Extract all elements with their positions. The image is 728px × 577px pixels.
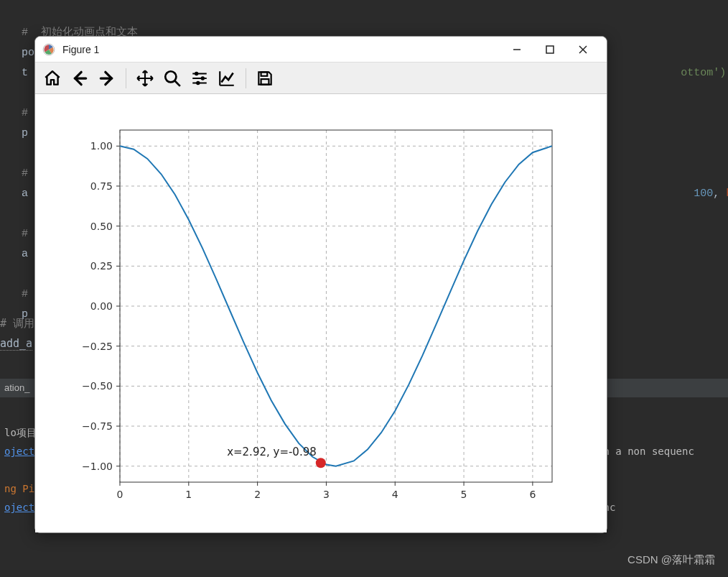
home-icon[interactable] <box>41 67 64 90</box>
pan-icon[interactable] <box>134 67 157 90</box>
window-title: Figure 1 <box>62 44 500 55</box>
save-icon[interactable] <box>253 67 276 90</box>
matplotlib-icon <box>42 43 55 56</box>
svg-point-8 <box>196 80 200 84</box>
svg-text:−0.50: −0.50 <box>82 380 113 392</box>
toolbar-separator <box>126 68 126 88</box>
svg-text:0.00: 0.00 <box>90 300 113 312</box>
window-titlebar[interactable]: Figure 1 <box>35 37 607 63</box>
svg-text:−1.00: −1.00 <box>82 461 113 472</box>
svg-text:0.75: 0.75 <box>90 180 113 192</box>
svg-point-7 <box>201 76 205 80</box>
chart-svg: 0123456−1.00−0.75−0.50−0.250.000.250.500… <box>35 94 607 532</box>
figure-window: Figure 1 01234 <box>34 36 607 533</box>
svg-rect-9 <box>261 72 268 75</box>
svg-text:0: 0 <box>117 489 123 500</box>
toolbar-separator <box>246 68 246 88</box>
svg-text:x=2.92, y=-0.98: x=2.92, y=-0.98 <box>227 446 317 458</box>
watermark: CSDN @落叶霜霜 <box>627 553 715 567</box>
configure-subplots-icon[interactable] <box>188 67 211 90</box>
back-icon[interactable] <box>68 67 91 90</box>
svg-rect-10 <box>261 79 269 85</box>
svg-text:3: 3 <box>323 489 330 500</box>
svg-rect-2 <box>546 46 554 53</box>
svg-point-6 <box>195 71 198 75</box>
svg-point-5 <box>165 71 176 82</box>
forward-icon[interactable] <box>95 67 118 90</box>
svg-text:1.00: 1.00 <box>90 140 113 152</box>
zoom-icon[interactable] <box>161 67 184 90</box>
svg-text:−0.75: −0.75 <box>82 420 113 432</box>
svg-text:2: 2 <box>254 489 261 500</box>
svg-text:4: 4 <box>392 489 398 500</box>
svg-text:6: 6 <box>529 489 536 500</box>
maximize-button[interactable] <box>533 39 566 60</box>
svg-text:−0.25: −0.25 <box>82 341 113 352</box>
close-button[interactable] <box>566 39 599 60</box>
matplotlib-toolbar <box>35 63 607 94</box>
svg-point-60 <box>316 458 326 468</box>
svg-text:0.50: 0.50 <box>90 221 113 232</box>
svg-text:0.25: 0.25 <box>90 260 113 272</box>
minimize-button[interactable] <box>500 39 533 60</box>
svg-text:5: 5 <box>461 489 467 500</box>
plot-area[interactable]: 0123456−1.00−0.75−0.50−0.250.000.250.500… <box>35 94 607 532</box>
svg-text:1: 1 <box>185 489 192 500</box>
edit-axis-icon[interactable] <box>215 67 238 90</box>
